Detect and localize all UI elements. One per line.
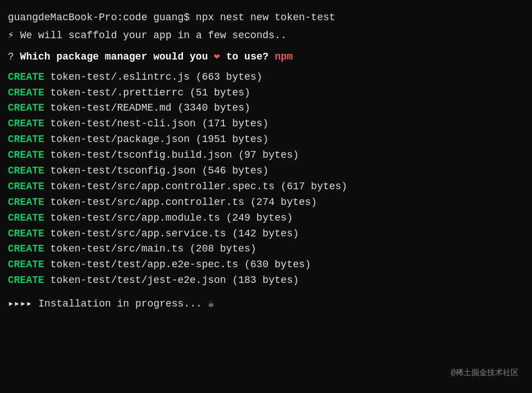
create-line-text: token-test/.prettierrc (51 bytes) bbox=[44, 87, 250, 98]
question-line: ? Which package manager would you ❤️ to … bbox=[8, 49, 524, 65]
create-line-item: CREATE token-test/.eslintrc.js (663 byte… bbox=[8, 70, 524, 85]
create-keyword: CREATE bbox=[8, 228, 44, 239]
create-line-item: CREATE token-test/src/app.controller.spe… bbox=[8, 179, 524, 195]
create-line-item: CREATE token-test/test/jest-e2e.json (18… bbox=[8, 273, 524, 289]
prompt-user: guangdeMacBook-Pro:code guang$ npx nest … bbox=[8, 12, 335, 23]
create-line-item: CREATE token-test/test/app.e2e-spec.ts (… bbox=[8, 257, 524, 273]
terminal-window: guangdeMacBook-Pro:code guang$ npx nest … bbox=[8, 10, 524, 385]
create-keyword: CREATE bbox=[8, 181, 44, 192]
create-line-text: token-test/src/app.controller.spec.ts (6… bbox=[44, 181, 347, 192]
create-keyword: CREATE bbox=[8, 134, 44, 145]
create-line-text: token-test/tsconfig.build.json (97 bytes… bbox=[44, 149, 299, 161]
create-line-item: CREATE token-test/tsconfig.build.json (9… bbox=[8, 148, 524, 163]
create-line-text: token-test/test/jest-e2e.json (183 bytes… bbox=[44, 275, 299, 286]
create-line-text: token-test/package.json (1951 bytes) bbox=[44, 134, 269, 145]
create-keyword: CREATE bbox=[8, 71, 44, 83]
watermark: @稀土掘金技术社区 bbox=[451, 367, 519, 380]
create-lines-container: CREATE token-test/.eslintrc.js (663 byte… bbox=[8, 70, 524, 289]
create-keyword: CREATE bbox=[8, 243, 44, 254]
create-keyword: CREATE bbox=[8, 118, 44, 129]
create-line-item: CREATE token-test/src/app.controller.ts … bbox=[8, 195, 524, 211]
create-keyword: CREATE bbox=[8, 212, 44, 223]
create-line-text: token-test/src/app.controller.ts (274 by… bbox=[44, 196, 317, 208]
create-line-text: token-test/tsconfig.json (546 bytes) bbox=[44, 165, 269, 176]
create-keyword: CREATE bbox=[8, 149, 44, 161]
create-line-item: CREATE token-test/package.json (1951 byt… bbox=[8, 132, 524, 148]
create-line-item: CREATE token-test/src/app.module.ts (249… bbox=[8, 211, 524, 226]
create-line-item: CREATE token-test/src/main.ts (208 bytes… bbox=[8, 241, 524, 257]
create-line-item: CREATE token-test/src/app.service.ts (14… bbox=[8, 226, 524, 242]
create-line-text: token-test/src/app.module.ts (249 bytes) bbox=[44, 212, 293, 223]
create-keyword: CREATE bbox=[8, 259, 44, 270]
create-keyword: CREATE bbox=[8, 275, 44, 286]
create-line-item: CREATE token-test/nest-cli.json (171 byt… bbox=[8, 116, 524, 132]
create-line-item: CREATE token-test/README.md (3340 bytes) bbox=[8, 100, 524, 116]
create-keyword: CREATE bbox=[8, 87, 44, 98]
create-line-text: token-test/test/app.e2e-spec.ts (630 byt… bbox=[44, 259, 311, 270]
create-line-text: token-test/nest-cli.json (171 bytes) bbox=[44, 118, 269, 129]
create-line-text: token-test/src/app.service.ts (142 bytes… bbox=[44, 228, 299, 239]
create-line-text: token-test/README.md (3340 bytes) bbox=[44, 102, 250, 113]
npm-answer: npm bbox=[274, 51, 292, 62]
prompt-line: guangdeMacBook-Pro:code guang$ npx nest … bbox=[8, 10, 524, 26]
create-line-item: CREATE token-test/tsconfig.json (546 byt… bbox=[8, 163, 524, 179]
create-line-text: token-test/.eslintrc.js (663 bytes) bbox=[44, 71, 263, 83]
create-keyword: CREATE bbox=[8, 196, 44, 208]
install-line: ▸▸▸▸ Installation in progress... ☕ bbox=[8, 296, 524, 312]
create-line-text: token-test/src/main.ts (208 bytes) bbox=[44, 243, 256, 254]
scaffold-message: ⚡ We will scaffold your app in a few sec… bbox=[8, 28, 524, 44]
create-line-item: CREATE token-test/.prettierrc (51 bytes) bbox=[8, 85, 524, 101]
create-keyword: CREATE bbox=[8, 102, 44, 113]
create-keyword: CREATE bbox=[8, 165, 44, 176]
